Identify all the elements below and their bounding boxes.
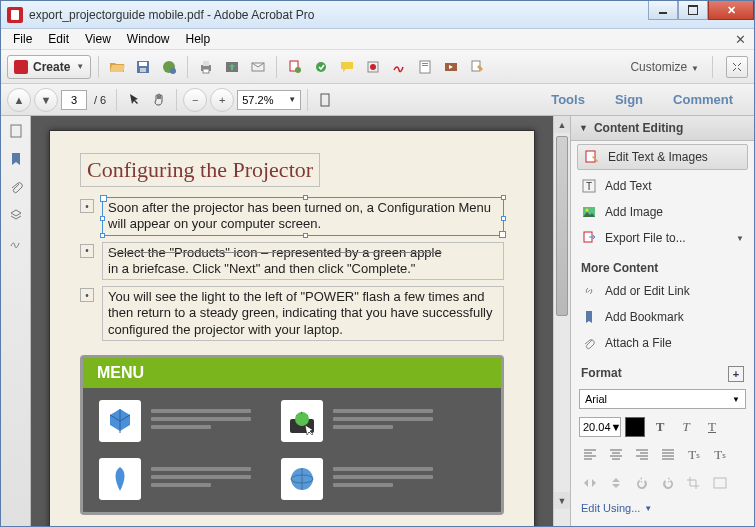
close-button[interactable] xyxy=(708,1,754,20)
svg-point-11 xyxy=(295,67,301,73)
comment-icon[interactable] xyxy=(336,56,358,78)
scroll-thumb[interactable] xyxy=(556,136,568,316)
maximize-button[interactable] xyxy=(678,1,708,20)
menu-window[interactable]: Window xyxy=(119,30,178,48)
layers-icon[interactable] xyxy=(7,206,25,224)
fit-page-icon[interactable] xyxy=(314,89,336,111)
subscript-icon[interactable]: Ts xyxy=(709,445,731,465)
document-area[interactable]: Configuring the Projector • Soon after t… xyxy=(31,116,553,526)
tool-add-bookmark[interactable]: Add Bookmark xyxy=(571,304,754,330)
tool-export-file[interactable]: Export File to...▼ xyxy=(571,225,754,251)
text-color-swatch[interactable] xyxy=(625,417,645,437)
edit-tool-icon[interactable] xyxy=(466,56,488,78)
tool-add-link[interactable]: Add or Edit Link xyxy=(571,278,754,304)
svg-rect-21 xyxy=(321,94,329,106)
align-left-icon[interactable] xyxy=(579,445,601,465)
action-icon[interactable] xyxy=(310,56,332,78)
menu-view[interactable]: View xyxy=(77,30,119,48)
paragraph-selected[interactable]: Soon after the projector has been turned… xyxy=(102,197,504,236)
section-format: Format+ xyxy=(571,360,754,385)
edit-using-link[interactable]: Edit Using...▼ xyxy=(571,497,754,519)
chevron-down-icon: ▼ xyxy=(736,234,744,243)
align-justify-icon[interactable] xyxy=(657,445,679,465)
crop-icon[interactable] xyxy=(683,473,705,493)
zoom-value: 57.2% xyxy=(242,94,273,106)
tool-attach-file[interactable]: Attach a File xyxy=(571,330,754,356)
customize-button[interactable]: Customize▼ xyxy=(624,58,705,76)
zoom-out-button[interactable]: − xyxy=(183,88,207,112)
svg-point-14 xyxy=(370,64,376,70)
tool-add-text[interactable]: TAdd Text xyxy=(571,173,754,199)
title-bar: export_projectorguide mobile.pdf - Adobe… xyxy=(1,1,754,29)
heading-text[interactable]: Configuring the Projector xyxy=(80,153,320,187)
attach-icon xyxy=(581,335,597,351)
save-icon[interactable] xyxy=(132,56,154,78)
document-close-icon[interactable]: ✕ xyxy=(735,32,746,47)
select-tool-icon[interactable] xyxy=(123,89,145,111)
page-up-button[interactable]: ▲ xyxy=(7,88,31,112)
font-size-input[interactable]: 20.04▼ xyxy=(579,417,621,437)
bookmarks-icon[interactable] xyxy=(7,150,25,168)
flip-h-icon[interactable] xyxy=(579,473,601,493)
underline-icon[interactable]: T xyxy=(701,417,723,437)
share-icon[interactable] xyxy=(221,56,243,78)
bullet-marker[interactable]: • xyxy=(80,199,94,213)
menu-help[interactable]: Help xyxy=(178,30,219,48)
tab-tools[interactable]: Tools xyxy=(536,85,600,114)
vertical-scrollbar[interactable]: ▲ ▼ xyxy=(553,116,570,526)
multimedia-icon[interactable] xyxy=(440,56,462,78)
expand-toolbar-icon[interactable] xyxy=(726,56,748,78)
open-icon[interactable] xyxy=(106,56,128,78)
link-label: Edit Using... xyxy=(581,502,640,514)
zoom-select[interactable]: 57.2%▼ xyxy=(237,90,301,110)
page-down-button[interactable]: ▼ xyxy=(34,88,58,112)
outline-checkbox-row[interactable]: ✓Outline Text & Images xyxy=(571,523,754,526)
bullet-marker[interactable]: • xyxy=(80,244,94,258)
svg-rect-7 xyxy=(203,69,209,73)
page-number-input[interactable] xyxy=(61,90,87,110)
bullet-marker[interactable]: • xyxy=(80,288,94,302)
thumbnails-icon[interactable] xyxy=(7,122,25,140)
align-right-icon[interactable] xyxy=(631,445,653,465)
menu-edit[interactable]: Edit xyxy=(40,30,77,48)
hand-tool-icon[interactable] xyxy=(148,89,170,111)
tool-add-image[interactable]: Add Image xyxy=(571,199,754,225)
tab-sign[interactable]: Sign xyxy=(600,85,658,114)
menu-file[interactable]: File xyxy=(5,30,40,48)
attachments-icon[interactable] xyxy=(7,178,25,196)
stamp-icon[interactable] xyxy=(362,56,384,78)
rotate-cw-icon[interactable] xyxy=(657,473,679,493)
section-label: Format xyxy=(581,366,622,382)
rotate-ccw-icon[interactable] xyxy=(631,473,653,493)
scroll-up-icon[interactable]: ▲ xyxy=(554,116,570,133)
panel-header-content-editing[interactable]: ▼Content Editing xyxy=(571,116,754,141)
window-title: export_projectorguide mobile.pdf - Adobe… xyxy=(29,8,315,22)
paragraph-box[interactable]: You will see the light to the left of "P… xyxy=(102,286,504,341)
export-icon xyxy=(581,230,597,246)
tab-comment[interactable]: Comment xyxy=(658,85,748,114)
print-icon[interactable] xyxy=(195,56,217,78)
sign-tool-icon[interactable] xyxy=(388,56,410,78)
font-family-select[interactable]: Arial▼ xyxy=(579,389,746,409)
expand-format-icon[interactable]: + xyxy=(728,366,744,382)
tool-edit-text-images[interactable]: Edit Text & Images xyxy=(577,144,748,170)
zoom-in-button[interactable]: + xyxy=(210,88,234,112)
flip-v-icon[interactable] xyxy=(605,473,627,493)
bold-icon[interactable]: T xyxy=(649,417,671,437)
create-button[interactable]: Create ▼ xyxy=(7,55,91,79)
paragraph-box[interactable]: Select the "Products" icon – represented… xyxy=(102,242,504,281)
size-value: 20.04 xyxy=(583,421,611,433)
bookmark-icon xyxy=(581,309,597,325)
italic-icon[interactable]: T xyxy=(675,417,697,437)
align-center-icon[interactable] xyxy=(605,445,627,465)
save-web-icon[interactable] xyxy=(158,56,180,78)
replace-image-icon[interactable] xyxy=(709,473,731,493)
convert-pdf-icon[interactable] xyxy=(284,56,306,78)
email-icon[interactable] xyxy=(247,56,269,78)
superscript-icon[interactable]: Ts xyxy=(683,445,705,465)
signatures-icon[interactable] xyxy=(7,234,25,252)
minimize-button[interactable] xyxy=(648,1,678,20)
embedded-image[interactable]: MENU xyxy=(80,355,504,515)
forms-icon[interactable] xyxy=(414,56,436,78)
scroll-down-icon[interactable]: ▼ xyxy=(554,492,570,509)
